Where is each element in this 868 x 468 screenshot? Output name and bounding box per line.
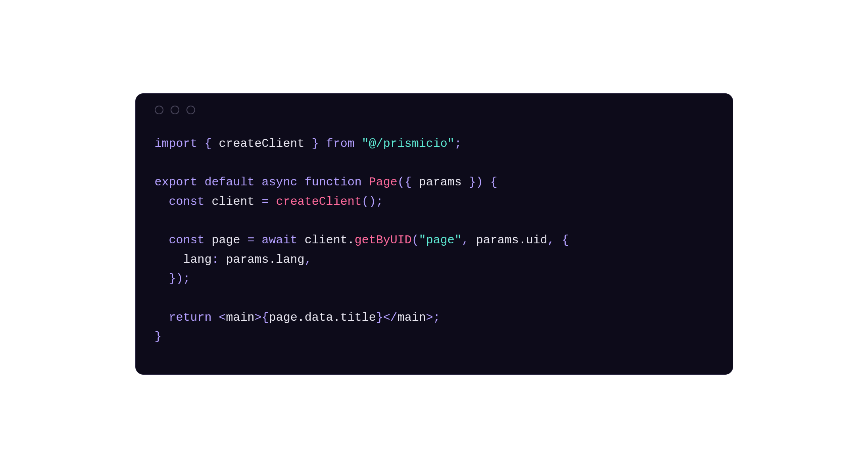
- jsx-tag-main-close: main: [398, 311, 426, 324]
- close-paren: ): [369, 195, 376, 208]
- comma: ,: [547, 233, 555, 247]
- close-brace: }: [376, 311, 383, 324]
- prop-data: data: [305, 311, 333, 324]
- semicolon: ;: [455, 137, 462, 150]
- dot: .: [333, 311, 340, 324]
- semicolon: ;: [433, 311, 440, 324]
- keyword-async: async: [262, 175, 298, 189]
- keyword-await: await: [262, 233, 298, 247]
- function-call-createClient: createClient: [276, 195, 362, 208]
- semicolon: ;: [376, 195, 383, 208]
- open-brace: {: [562, 233, 569, 247]
- dot: .: [348, 233, 355, 247]
- traffic-light-minimize-icon[interactable]: [171, 106, 179, 114]
- identifier-params: params: [419, 175, 462, 189]
- open-angle: <: [383, 311, 390, 324]
- close-brace: }: [312, 137, 319, 150]
- prop-uid: uid: [526, 233, 547, 247]
- open-brace: {: [405, 175, 412, 189]
- keyword-function: function: [305, 175, 362, 189]
- close-angle: >: [426, 311, 433, 324]
- equals: =: [248, 233, 255, 247]
- identifier-params: params: [226, 253, 269, 266]
- code-block: import { createClient } from "@/prismici…: [136, 122, 733, 374]
- identifier-page: page: [212, 233, 240, 247]
- prop-title: title: [340, 311, 376, 324]
- colon: :: [212, 253, 219, 266]
- equals: =: [262, 195, 269, 208]
- identifier-client: client: [212, 195, 255, 208]
- open-brace: {: [262, 311, 269, 324]
- open-paren: (: [412, 233, 419, 247]
- dot: .: [519, 233, 526, 247]
- identifier-createClient: createClient: [219, 137, 305, 150]
- jsx-tag-main: main: [226, 311, 255, 324]
- open-paren: (: [362, 195, 369, 208]
- close-brace: }: [169, 272, 176, 285]
- comma: ,: [462, 233, 469, 247]
- open-paren: (: [398, 175, 405, 189]
- semicolon: ;: [183, 272, 190, 285]
- traffic-light-close-icon[interactable]: [155, 106, 163, 114]
- code-window: import { createClient } from "@/prismici…: [135, 93, 733, 375]
- identifier-params: params: [476, 233, 519, 247]
- dot: .: [269, 253, 276, 266]
- string-page: "page": [419, 233, 462, 247]
- function-name-Page: Page: [369, 175, 398, 189]
- open-brace: {: [490, 175, 497, 189]
- keyword-return: return: [169, 311, 212, 324]
- method-call-getByUID: getByUID: [355, 233, 412, 247]
- comma: ,: [305, 253, 312, 266]
- open-brace: {: [205, 137, 212, 150]
- traffic-light-maximize-icon[interactable]: [186, 106, 195, 114]
- string-prismicio: "@/prismicio": [362, 137, 455, 150]
- keyword-default: default: [205, 175, 255, 189]
- keyword-const: const: [169, 233, 205, 247]
- prop-lang: lang: [276, 253, 305, 266]
- keyword-from: from: [326, 137, 355, 150]
- keyword-export: export: [155, 175, 198, 189]
- close-paren: ): [476, 175, 483, 189]
- prop-lang: lang: [183, 253, 212, 266]
- close-brace: }: [469, 175, 476, 189]
- identifier-page: page: [269, 311, 298, 324]
- slash: /: [390, 311, 398, 324]
- keyword-import: import: [155, 137, 198, 150]
- identifier-client: client: [305, 233, 348, 247]
- close-paren: ): [176, 272, 183, 285]
- open-angle: <: [219, 311, 226, 324]
- keyword-const: const: [169, 195, 205, 208]
- window-controls: [136, 94, 733, 122]
- close-angle: >: [255, 311, 262, 324]
- close-brace: }: [155, 330, 162, 343]
- dot: .: [298, 311, 305, 324]
